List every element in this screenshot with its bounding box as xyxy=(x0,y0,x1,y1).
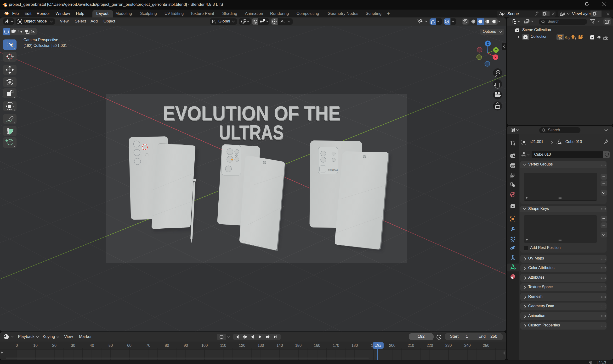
svg-text:3: 3 xyxy=(568,37,570,40)
svg-text:5: 5 xyxy=(575,37,576,40)
svg-text:39: 39 xyxy=(559,37,562,40)
svg-text:ULTRAS: ULTRAS xyxy=(219,121,283,143)
svg-text:X: X xyxy=(494,55,497,59)
svg-text:Y: Y xyxy=(495,48,497,52)
svg-text:a: a xyxy=(565,34,568,39)
svg-text:≡≡:100X: ≡≡:100X xyxy=(328,168,338,171)
svg-text:Z: Z xyxy=(487,42,489,45)
